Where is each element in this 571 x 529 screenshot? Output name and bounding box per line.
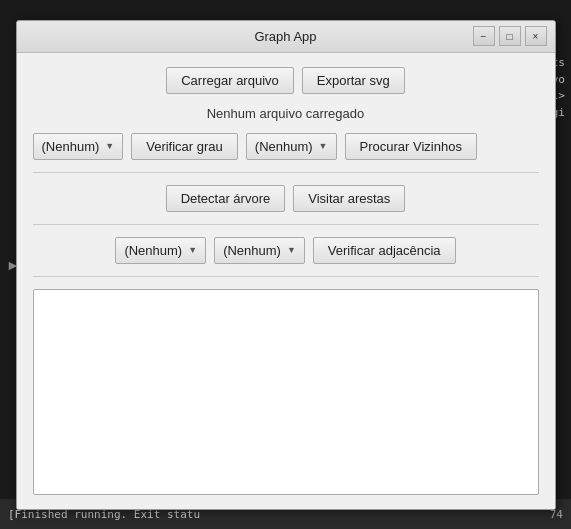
divider-3 — [33, 276, 539, 277]
close-button[interactable]: × — [525, 26, 547, 46]
tree-row: Detectar árvore Visitar arestas — [33, 185, 539, 212]
divider-1 — [33, 172, 539, 173]
adjacency-row: (Nenhum) ▼ (Nenhum) ▼ Verificar adjacênc… — [33, 237, 539, 264]
dropdown-node1-arrow-icon: ▼ — [105, 141, 114, 151]
dropdown-adj1[interactable]: (Nenhum) ▼ — [115, 237, 206, 264]
verify-degree-button[interactable]: Verificar grau — [131, 133, 238, 160]
titlebar: Graph App − □ × — [17, 21, 555, 53]
dropdown-node2-label: (Nenhum) — [255, 139, 313, 154]
dropdown-node2-arrow-icon: ▼ — [319, 141, 328, 151]
divider-2 — [33, 224, 539, 225]
output-area — [33, 289, 539, 495]
maximize-button[interactable]: □ — [499, 26, 521, 46]
degree-row: (Nenhum) ▼ Verificar grau (Nenhum) ▼ Pro… — [33, 133, 539, 160]
dropdown-adj1-arrow-icon: ▼ — [188, 245, 197, 255]
find-neighbors-button[interactable]: Procurar Vizinhos — [345, 133, 477, 160]
toolbar-row: Carregar arquivo Exportar svg — [33, 67, 539, 94]
dropdown-node2[interactable]: (Nenhum) ▼ — [246, 133, 337, 160]
minimize-button[interactable]: − — [473, 26, 495, 46]
dropdown-adj2-label: (Nenhum) — [223, 243, 281, 258]
detect-tree-button[interactable]: Detectar árvore — [166, 185, 286, 212]
dropdown-adj2-arrow-icon: ▼ — [287, 245, 296, 255]
dropdown-adj2[interactable]: (Nenhum) ▼ — [214, 237, 305, 264]
verify-adjacency-button[interactable]: Verificar adjacência — [313, 237, 456, 264]
main-window: Graph App − □ × Carregar arquivo Exporta… — [16, 20, 556, 510]
left-arrow-icon: ► — [6, 257, 20, 273]
dropdown-node1[interactable]: (Nenhum) ▼ — [33, 133, 124, 160]
export-svg-button[interactable]: Exportar svg — [302, 67, 405, 94]
titlebar-controls: − □ × — [473, 26, 547, 46]
dropdown-adj1-label: (Nenhum) — [124, 243, 182, 258]
status-label: Nenhum arquivo carregado — [33, 104, 539, 123]
window-title: Graph App — [254, 29, 316, 44]
window-content: Carregar arquivo Exportar svg Nenhum arq… — [17, 53, 555, 509]
dropdown-node1-label: (Nenhum) — [42, 139, 100, 154]
visit-edges-button[interactable]: Visitar arestas — [293, 185, 405, 212]
load-file-button[interactable]: Carregar arquivo — [166, 67, 294, 94]
